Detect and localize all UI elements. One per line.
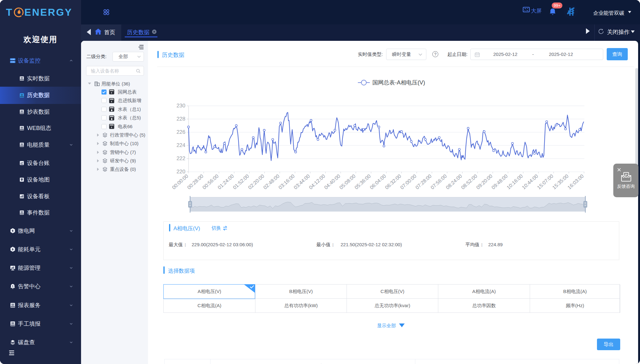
svg-text:230: 230	[177, 103, 185, 109]
svg-text:00:56:00: 00:56:00	[201, 173, 220, 190]
svg-text:228: 228	[177, 116, 185, 122]
svg-text:03:16:00: 03:16:00	[277, 173, 296, 190]
svg-text:10:16:00: 10:16:00	[506, 173, 524, 190]
svg-text:15:35:00: 15:35:00	[551, 173, 570, 190]
svg-text:10:44:00: 10:44:00	[521, 173, 539, 190]
svg-text:02:20:00: 02:20:00	[247, 173, 265, 190]
svg-text:02:48:00: 02:48:00	[262, 173, 281, 190]
svg-text:01:52:00: 01:52:00	[232, 173, 250, 190]
svg-text:国网总表-A相电压(V): 国网总表-A相电压(V)	[372, 79, 425, 86]
svg-text:04:12:00: 04:12:00	[308, 173, 326, 190]
svg-text:224: 224	[177, 142, 185, 148]
svg-text:226: 226	[177, 129, 185, 135]
svg-text:06:04:00: 06:04:00	[369, 173, 387, 190]
svg-text:15:07:00: 15:07:00	[536, 173, 554, 190]
svg-text:222: 222	[177, 155, 185, 161]
svg-text:05:36:00: 05:36:00	[353, 173, 372, 190]
svg-text:220: 220	[177, 169, 185, 175]
svg-text:07:28:00: 07:28:00	[414, 173, 433, 190]
svg-text:08:24:00: 08:24:00	[445, 173, 463, 190]
svg-text:01:24:00: 01:24:00	[217, 173, 235, 190]
svg-text:00:00:00: 00:00:00	[171, 173, 189, 190]
svg-text:04:40:00: 04:40:00	[323, 173, 342, 190]
svg-text:07:00:00: 07:00:00	[399, 173, 418, 190]
svg-text:09:20:00: 09:20:00	[475, 173, 494, 190]
svg-text:06:32:00: 06:32:00	[384, 173, 402, 190]
svg-text:09:48:00: 09:48:00	[490, 173, 509, 190]
svg-text:00:28:00: 00:28:00	[186, 173, 205, 190]
svg-text:05:08:00: 05:08:00	[338, 173, 357, 190]
svg-text:16:03:00: 16:03:00	[566, 173, 585, 190]
svg-text:08:52:00: 08:52:00	[460, 173, 478, 190]
svg-text:07:56:00: 07:56:00	[429, 173, 448, 190]
svg-text:03:44:00: 03:44:00	[293, 173, 311, 190]
